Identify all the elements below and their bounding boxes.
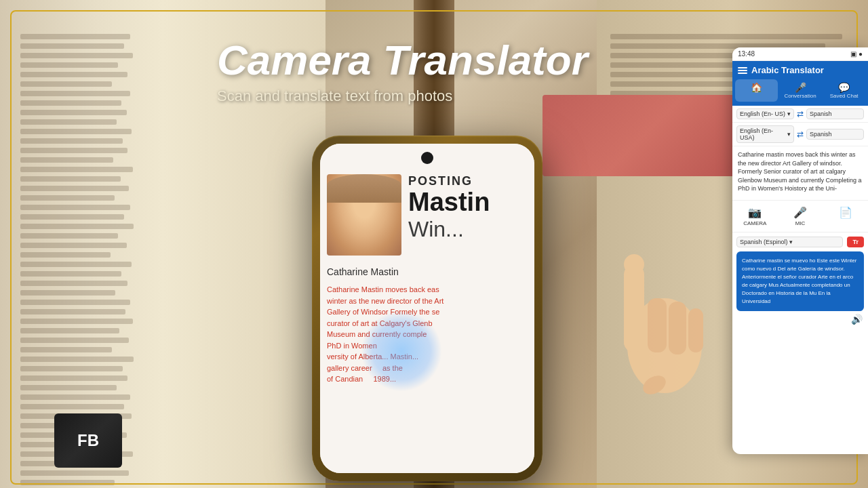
camera-button[interactable]: 📷 CAMERA	[732, 201, 778, 232]
book-logo: FB	[54, 413, 122, 468]
phone-screen: POSTING Mastin Win... Catharine Mastin C…	[320, 144, 534, 473]
mic-label: MIC	[795, 220, 806, 226]
phone-text-line: Gallery of Windsor Formely the se	[327, 306, 528, 318]
status-time: 13:48	[738, 50, 755, 58]
phone-posting-area: POSTING Mastin Win...	[408, 174, 528, 242]
saved-chat-label: Saved Chat	[830, 93, 859, 99]
main-title: Camera Translator	[217, 37, 588, 83]
source-lang-1[interactable]: English (En- US) ▾	[736, 108, 794, 119]
camera-icon: 📷	[748, 206, 762, 219]
app-status-bar: 13:48 ▣ ●	[732, 47, 868, 61]
posting-name-large: Mastin	[408, 188, 528, 217]
swap-icon-2[interactable]: ⇄	[797, 129, 804, 139]
translate-lang-selector[interactable]: Spanish (Espinol) ▾	[736, 237, 843, 247]
translation-source-box: Catharine mastin moves back this winter …	[732, 146, 868, 201]
scan-glow-effect	[361, 310, 442, 392]
avatar-hair	[327, 174, 401, 203]
mic-icon: 🎤	[793, 206, 807, 219]
lang-row-2: English (En- USA) ▾ ⇄ Spanish	[732, 123, 868, 146]
conversation-icon: 🎤	[795, 82, 806, 93]
home-icon: 🏠	[751, 82, 762, 93]
nav-tab-saved[interactable]: 💬 Saved Chat	[823, 79, 865, 102]
swap-icon-1[interactable]: ⇄	[797, 109, 804, 119]
phone-notch	[421, 152, 433, 164]
translate-button[interactable]: Tr	[847, 237, 864, 247]
app-nav-tabs: 🏠 🎤 Conversation 💬 Saved Chat	[732, 79, 868, 106]
phone-content: POSTING Mastin Win... Catharine Mastin C…	[320, 144, 534, 473]
translate-row: Spanish (Espinol) ▾ Tr	[732, 232, 868, 251]
speaker-icon[interactable]: 🔊	[732, 311, 868, 327]
status-icons: ▣ ●	[850, 50, 863, 58]
posting-detail: Win...	[408, 217, 528, 242]
heading-area: Camera Translator Scan and translate tex…	[217, 37, 588, 105]
phone-text-line: winter as the new director of the Art	[327, 296, 528, 307]
camera-label: CAMERA	[743, 220, 766, 226]
action-buttons: 📷 CAMERA 🎤 MIC 📄	[732, 201, 868, 232]
phone-author-name: Catharine Mastin	[320, 262, 534, 281]
lang-row-1: English (En- US) ▾ ⇄ Spanish	[732, 106, 868, 123]
phone-outer-shell: POSTING Mastin Win... Catharine Mastin C…	[312, 136, 542, 481]
app-toolbar-title: Arabic Translator	[751, 65, 863, 75]
doc-icon: 📄	[839, 206, 852, 219]
target-lang-2[interactable]: Spanish	[806, 129, 864, 140]
target-lang-1[interactable]: Spanish	[806, 108, 864, 119]
phone-avatar	[327, 174, 401, 256]
source-lang-2[interactable]: English (En- USA) ▾	[736, 125, 794, 143]
extra-action-button[interactable]: 📄	[823, 201, 868, 232]
conversation-label: Conversation	[784, 93, 816, 99]
app-toolbar: Arabic Translator	[732, 61, 868, 79]
app-panel: 13:48 ▣ ● Arabic Translator 🏠 🎤 Conversa…	[732, 47, 868, 454]
hamburger-icon[interactable]	[738, 67, 747, 74]
nav-tab-conversation[interactable]: 🎤 Conversation	[779, 79, 822, 102]
sub-title: Scan and translate text from photos	[217, 87, 588, 105]
mic-button[interactable]: 🎤 MIC	[778, 201, 823, 232]
phone-mockup: POSTING Mastin Win... Catharine Mastin C…	[312, 136, 542, 481]
book-red-section	[542, 95, 746, 176]
translation-result-box: Catharine mastin se muevo ho Este este W…	[736, 251, 864, 311]
saved-chat-icon: 💬	[838, 82, 850, 93]
phone-text-line: Catharine Mastin moves back eas	[327, 284, 528, 296]
nav-tab-home[interactable]: 🏠	[735, 79, 778, 102]
posting-label: POSTING	[408, 174, 528, 188]
